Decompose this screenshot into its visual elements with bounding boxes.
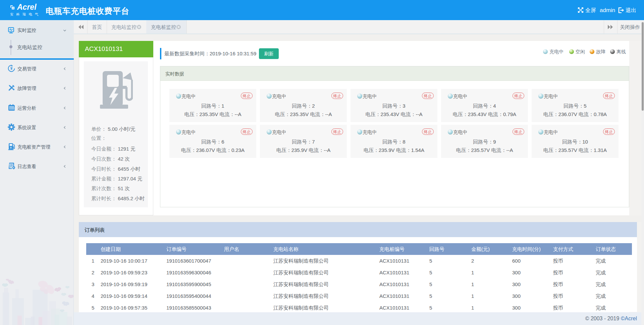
svg-text:¥: ¥ bbox=[10, 66, 13, 71]
